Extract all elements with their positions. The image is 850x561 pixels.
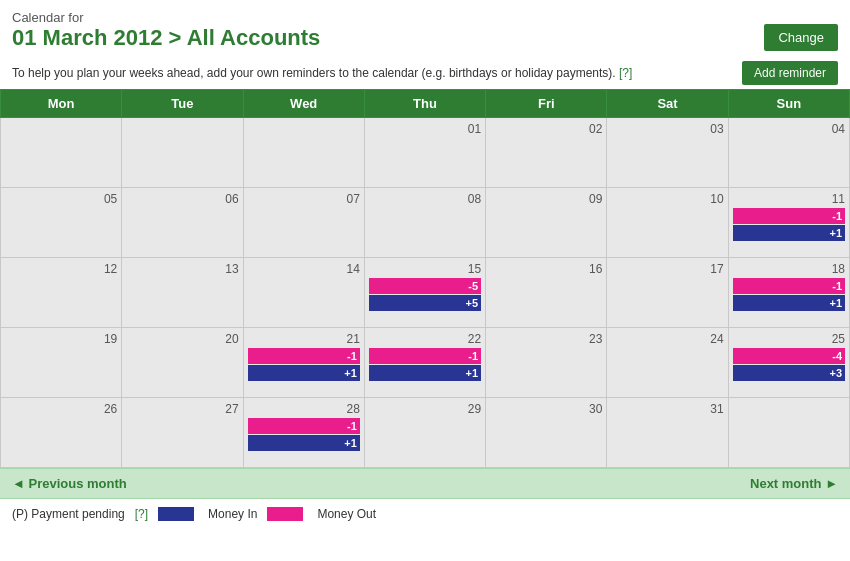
calendar-header-sun: Sun xyxy=(728,90,849,118)
money-out-bar: -1 xyxy=(248,348,360,364)
calendar-header: MonTueWedThuFriSatSun xyxy=(1,90,850,118)
calendar-cell xyxy=(122,118,243,188)
money-in-bar: +1 xyxy=(369,365,481,381)
calendar-week-row: 192021-1+122-1+1232425-4+3 xyxy=(1,328,850,398)
day-number: 11 xyxy=(733,192,845,206)
title-top: Calendar for xyxy=(12,10,320,25)
next-month-link[interactable]: Next month ► xyxy=(750,476,838,491)
calendar-cell: 07 xyxy=(243,188,364,258)
money-out-legend-box xyxy=(267,507,303,521)
payment-pending-label: (P) Payment pending xyxy=(12,507,125,521)
title-main: 01 March 2012 > All Accounts xyxy=(12,25,320,51)
change-button[interactable]: Change xyxy=(764,24,838,51)
calendar-cell xyxy=(728,398,849,468)
reminder-help-link[interactable]: [?] xyxy=(619,66,632,80)
day-number: 27 xyxy=(126,402,238,416)
money-out-bar: -5 xyxy=(369,278,481,294)
calendar-cell xyxy=(243,118,364,188)
day-number: 31 xyxy=(611,402,723,416)
title-block: Calendar for 01 March 2012 > All Account… xyxy=(12,10,320,51)
calendar-cell: 13 xyxy=(122,258,243,328)
day-number: 14 xyxy=(248,262,360,276)
calendar-cell: 06 xyxy=(122,188,243,258)
calendar-cell: 29 xyxy=(364,398,485,468)
day-number: 25 xyxy=(733,332,845,346)
day-number: 04 xyxy=(733,122,845,136)
day-number: 06 xyxy=(126,192,238,206)
day-number: 16 xyxy=(490,262,602,276)
calendar-cell: 18-1+1 xyxy=(728,258,849,328)
money-in-bar: +3 xyxy=(733,365,845,381)
calendar-header-wed: Wed xyxy=(243,90,364,118)
money-out-bar: -1 xyxy=(733,208,845,224)
day-number: 05 xyxy=(5,192,117,206)
calendar-cell: 19 xyxy=(1,328,122,398)
calendar-cell: 24 xyxy=(607,328,728,398)
page-header: Calendar for 01 March 2012 > All Account… xyxy=(0,0,850,57)
day-number: 03 xyxy=(611,122,723,136)
calendar-cell: 15-5+5 xyxy=(364,258,485,328)
calendar-cell xyxy=(1,118,122,188)
calendar-week-row: 05060708091011-1+1 xyxy=(1,188,850,258)
calendar-cell: 04 xyxy=(728,118,849,188)
calendar-cell: 03 xyxy=(607,118,728,188)
calendar-header-sat: Sat xyxy=(607,90,728,118)
money-in-bar: +1 xyxy=(248,435,360,451)
calendar-cell: 10 xyxy=(607,188,728,258)
bar-container: -1+1 xyxy=(248,418,360,451)
bar-container: -1+1 xyxy=(369,348,481,381)
day-number: 13 xyxy=(126,262,238,276)
add-reminder-button[interactable]: Add reminder xyxy=(742,61,838,85)
calendar-cell: 16 xyxy=(486,258,607,328)
reminder-text: To help you plan your weeks ahead, add y… xyxy=(12,66,632,80)
reminder-bar: To help you plan your weeks ahead, add y… xyxy=(0,57,850,89)
calendar-cell: 02 xyxy=(486,118,607,188)
calendar-week-row: 262728-1+1293031 xyxy=(1,398,850,468)
calendar-header-thu: Thu xyxy=(364,90,485,118)
calendar-header-row: MonTueWedThuFriSatSun xyxy=(1,90,850,118)
previous-month-link[interactable]: ◄ Previous month xyxy=(12,476,127,491)
day-number: 28 xyxy=(248,402,360,416)
calendar-body: 0102030405060708091011-1+112131415-5+516… xyxy=(1,118,850,468)
calendar-cell: 30 xyxy=(486,398,607,468)
day-number: 07 xyxy=(248,192,360,206)
bar-container: -1+1 xyxy=(248,348,360,381)
day-number: 29 xyxy=(369,402,481,416)
day-number: 23 xyxy=(490,332,602,346)
bar-container: -1+1 xyxy=(733,278,845,311)
calendar-cell: 26 xyxy=(1,398,122,468)
day-number: 01 xyxy=(369,122,481,136)
calendar-cell: 11-1+1 xyxy=(728,188,849,258)
day-number: 24 xyxy=(611,332,723,346)
calendar-legend: (P) Payment pending [?] Money In Money O… xyxy=(0,499,850,529)
money-out-legend-label: Money Out xyxy=(317,507,376,521)
day-number: 26 xyxy=(5,402,117,416)
calendar-cell: 28-1+1 xyxy=(243,398,364,468)
day-number: 12 xyxy=(5,262,117,276)
calendar-cell: 27 xyxy=(122,398,243,468)
calendar-cell: 23 xyxy=(486,328,607,398)
money-in-bar: +1 xyxy=(733,225,845,241)
bar-container: -5+5 xyxy=(369,278,481,311)
day-number: 20 xyxy=(126,332,238,346)
calendar-cell: 22-1+1 xyxy=(364,328,485,398)
money-in-legend-label: Money In xyxy=(208,507,257,521)
calendar-cell: 17 xyxy=(607,258,728,328)
calendar-header-tue: Tue xyxy=(122,90,243,118)
bar-container: -4+3 xyxy=(733,348,845,381)
bar-container: -1+1 xyxy=(733,208,845,241)
calendar-cell: 05 xyxy=(1,188,122,258)
legend-help-link[interactable]: [?] xyxy=(135,507,148,521)
day-number: 30 xyxy=(490,402,602,416)
calendar-cell: 01 xyxy=(364,118,485,188)
money-out-bar: -1 xyxy=(248,418,360,434)
day-number: 09 xyxy=(490,192,602,206)
money-in-legend-box xyxy=(158,507,194,521)
calendar-cell: 20 xyxy=(122,328,243,398)
calendar-header-fri: Fri xyxy=(486,90,607,118)
day-number: 15 xyxy=(369,262,481,276)
day-number: 17 xyxy=(611,262,723,276)
calendar-week-row: 01020304 xyxy=(1,118,850,188)
calendar-cell: 08 xyxy=(364,188,485,258)
money-out-bar: -1 xyxy=(369,348,481,364)
